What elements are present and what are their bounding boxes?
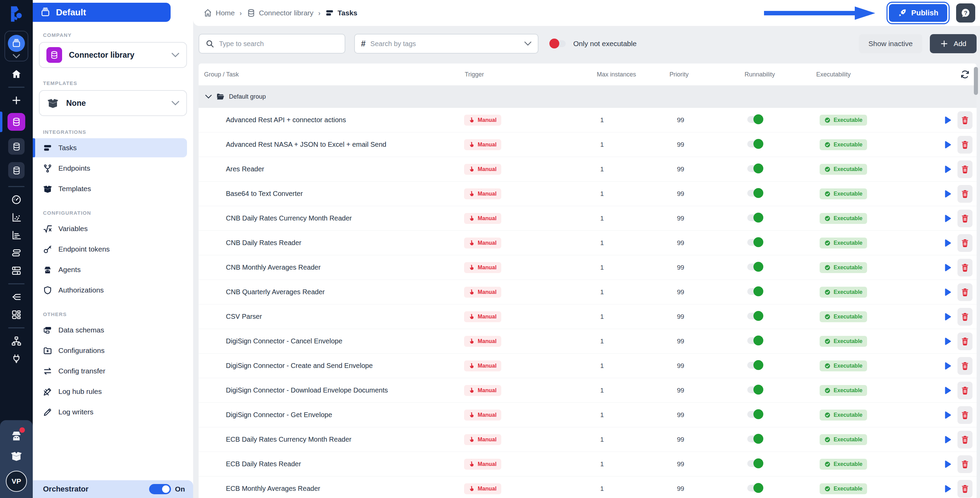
- task-name[interactable]: DigiSign Connector - Create and Send Env…: [199, 362, 464, 370]
- runnability-toggle[interactable]: [747, 337, 762, 344]
- company-selector[interactable]: Connector library: [39, 42, 187, 68]
- sidebar-item-templates[interactable]: Templates: [33, 179, 187, 198]
- delete-task-button[interactable]: [958, 283, 972, 301]
- grid-icon[interactable]: [11, 310, 22, 320]
- user-avatar[interactable]: VP: [6, 471, 27, 492]
- runnability-toggle[interactable]: [747, 387, 762, 393]
- sidebar-item-agents[interactable]: Agents: [33, 260, 187, 279]
- tags-input[interactable]: [370, 40, 519, 48]
- plug-icon[interactable]: [11, 353, 22, 364]
- open-box-icon[interactable]: [11, 450, 22, 462]
- delete-task-button[interactable]: [958, 210, 972, 228]
- delete-task-button[interactable]: [958, 308, 972, 326]
- delete-task-button[interactable]: [958, 357, 972, 375]
- task-name[interactable]: DigiSign Connector - Get Envelope: [199, 411, 464, 419]
- stacked-rows-icon[interactable]: [11, 248, 22, 258]
- sidebar-item-endpoints[interactable]: Endpoints: [33, 159, 187, 178]
- task-name[interactable]: ECB Monthly Averages Reader: [199, 485, 464, 493]
- search-input[interactable]: [219, 40, 339, 48]
- delete-task-button[interactable]: [958, 455, 972, 473]
- sidebar-item-data-schemas[interactable]: Data schemas: [33, 320, 187, 340]
- task-name[interactable]: Advanced Rest API + connector actions: [199, 116, 464, 124]
- publish-button[interactable]: Publish: [889, 4, 947, 22]
- runnability-toggle[interactable]: [747, 116, 762, 123]
- only-not-executable-toggle[interactable]: [550, 40, 566, 47]
- run-task-button[interactable]: [942, 435, 952, 444]
- delete-task-button[interactable]: [958, 259, 972, 277]
- task-name[interactable]: CSV Parser: [199, 313, 464, 320]
- delete-task-button[interactable]: [958, 111, 972, 129]
- run-task-button[interactable]: [942, 287, 952, 297]
- merge-icon[interactable]: [11, 292, 22, 302]
- scatter-chart-icon[interactable]: [11, 212, 22, 223]
- gauge-icon[interactable]: [11, 194, 22, 205]
- rail-item-library[interactable]: [8, 138, 25, 154]
- run-task-button[interactable]: [942, 115, 952, 125]
- task-name[interactable]: Advanced Rest NASA + JSON to Excel + ema…: [199, 141, 464, 148]
- plus-icon[interactable]: [11, 95, 22, 105]
- sidebar-item-variables[interactable]: Variables: [33, 219, 187, 238]
- runnability-toggle[interactable]: [747, 436, 762, 442]
- runnability-toggle[interactable]: [747, 411, 762, 418]
- sidebar-item-log-writers[interactable]: Log writers: [33, 403, 187, 422]
- run-task-button[interactable]: [942, 189, 952, 199]
- sidebar-item-endpoint-tokens[interactable]: Endpoint tokens: [33, 240, 187, 259]
- runnability-toggle[interactable]: [747, 460, 762, 467]
- task-name[interactable]: CNB Quarterly Averages Reader: [199, 288, 464, 296]
- delete-task-button[interactable]: [958, 480, 972, 498]
- run-task-button[interactable]: [942, 140, 952, 150]
- vertical-scrollbar[interactable]: [974, 67, 978, 95]
- rail-item-connector-library-active[interactable]: [8, 113, 25, 131]
- run-task-button[interactable]: [942, 312, 952, 321]
- sidebar-item-config-transfer[interactable]: Config transfer: [33, 361, 187, 380]
- workspace-switcher[interactable]: [5, 31, 28, 61]
- delete-task-button[interactable]: [958, 136, 972, 154]
- task-name[interactable]: CNB Monthly Averages Reader: [199, 264, 464, 271]
- notifications-agent[interactable]: [11, 430, 22, 441]
- run-task-button[interactable]: [942, 164, 952, 174]
- run-task-button[interactable]: [942, 460, 952, 469]
- run-task-button[interactable]: [942, 263, 952, 272]
- tags-filter[interactable]: #: [354, 34, 538, 54]
- rail-item-library[interactable]: [8, 162, 25, 178]
- delete-task-button[interactable]: [958, 161, 972, 178]
- run-task-button[interactable]: [942, 410, 952, 420]
- task-name[interactable]: DigiSign Connector - Cancel Envelope: [199, 337, 464, 345]
- sidebar-item-tasks[interactable]: Tasks: [33, 138, 187, 158]
- run-task-button[interactable]: [942, 214, 952, 223]
- delete-task-button[interactable]: [958, 234, 972, 252]
- run-task-button[interactable]: [942, 337, 952, 346]
- runnability-toggle[interactable]: [747, 485, 762, 492]
- runnability-toggle[interactable]: [747, 190, 762, 197]
- delete-task-button[interactable]: [958, 431, 972, 449]
- refresh-icon[interactable]: [960, 70, 970, 79]
- runnability-toggle[interactable]: [747, 214, 762, 221]
- runnability-toggle[interactable]: [747, 313, 762, 320]
- delete-task-button[interactable]: [958, 406, 972, 424]
- group-row-default[interactable]: Default group: [199, 85, 977, 108]
- show-inactive-button[interactable]: Show inactive: [859, 34, 922, 53]
- task-name[interactable]: CNB Daily Rates Reader: [199, 239, 464, 247]
- runnability-toggle[interactable]: [747, 362, 762, 369]
- breadcrumb-connector-library[interactable]: Connector library: [247, 8, 313, 18]
- runnability-toggle[interactable]: [747, 141, 762, 148]
- template-selector[interactable]: None: [39, 90, 187, 116]
- runnability-toggle[interactable]: [747, 288, 762, 295]
- workspace-header[interactable]: Default: [33, 3, 170, 22]
- task-name[interactable]: ECB Daily Rates Currency Month Reader: [199, 436, 464, 443]
- home-icon[interactable]: [11, 69, 22, 79]
- delete-task-button[interactable]: [958, 333, 972, 350]
- bar-chart-icon[interactable]: [11, 230, 22, 240]
- task-name[interactable]: CNB Daily Rates Currency Month Reader: [199, 214, 464, 222]
- delete-task-button[interactable]: [958, 382, 972, 399]
- task-name[interactable]: Base64 to Text Converter: [199, 190, 464, 197]
- orchestrator-toggle[interactable]: [149, 484, 171, 494]
- run-task-button[interactable]: [942, 386, 952, 395]
- task-name[interactable]: Ares Reader: [199, 165, 464, 173]
- sidebar-item-configurations[interactable]: Configurations: [33, 341, 187, 360]
- sidebar-item-log-hub-rules[interactable]: Log hub rules: [33, 382, 187, 401]
- sidebar-item-authorizations[interactable]: Authorizations: [33, 280, 187, 300]
- runnability-toggle[interactable]: [747, 264, 762, 270]
- breadcrumb-home[interactable]: Home: [204, 8, 235, 18]
- runnability-toggle[interactable]: [747, 165, 762, 172]
